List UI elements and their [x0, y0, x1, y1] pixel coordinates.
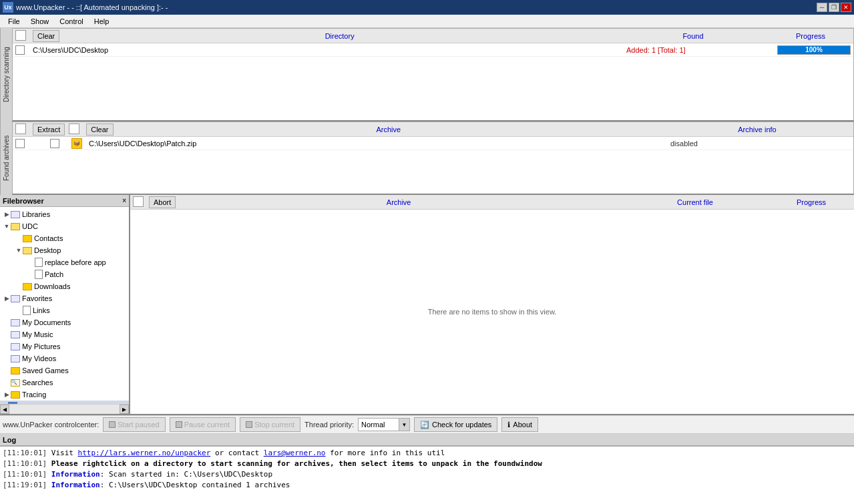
tree-item-my-pictures[interactable]: My Pictures — [0, 340, 129, 352]
tree-item-udc[interactable]: ▼ UDC — [0, 220, 129, 232]
tree-item-patch[interactable]: Patch — [0, 268, 129, 280]
tree-item-my-videos[interactable]: My Videos — [0, 352, 129, 364]
found-select-all-checkbox[interactable] — [15, 123, 26, 134]
found-archinfo-header[interactable]: Archive info — [664, 125, 851, 134]
expand-libraries-icon[interactable]: ▶ — [3, 210, 11, 218]
minimize-button[interactable]: ─ — [817, 3, 827, 12]
found-row-info: disabled — [670, 140, 851, 148]
filebrowser-close-button[interactable]: × — [122, 197, 126, 204]
dir-found-header[interactable]: Found — [620, 32, 767, 40]
dir-select-all-checkbox[interactable] — [15, 30, 26, 41]
controlbar: www.UnPacker controlcenter: Start paused… — [0, 415, 854, 434]
tree-label-downloads: Downloads — [34, 282, 70, 290]
scroll-horizontal-track[interactable] — [9, 405, 120, 414]
tree-item-tracing[interactable]: ▶ Tracing — [0, 389, 129, 401]
dir-directory-header[interactable]: Directory — [63, 32, 616, 40]
found-archive-header[interactable]: Archive — [118, 125, 660, 134]
expand-myvideos-icon — [3, 354, 11, 362]
found-clear-checkbox[interactable] — [69, 123, 79, 134]
tree-item-saved-games[interactable]: Saved Games — [0, 364, 129, 376]
dir-row-progress-bar: 100% — [777, 45, 851, 55]
found-row-extract-checkbox[interactable] — [15, 139, 25, 148]
scroll-left-button[interactable]: ◀ — [0, 405, 9, 414]
check-updates-button[interactable]: 🔄 Check for updates — [414, 417, 497, 432]
expand-searches-icon — [3, 379, 11, 387]
menu-help[interactable]: Help — [89, 16, 115, 27]
expand-udc-icon[interactable]: ▼ — [3, 222, 11, 230]
log-line-1: [11:10:01] Please rightclick on a direct… — [3, 459, 851, 469]
dir-row: C:\Users\UDC\Desktop Added: 1 [Total: 1]… — [13, 43, 853, 57]
extraction-select-all-checkbox[interactable] — [133, 196, 144, 207]
menu-show[interactable]: Show — [25, 16, 55, 27]
extraction-archive-header[interactable]: Archive — [178, 198, 619, 206]
extraction-currentfile-header[interactable]: Current file — [622, 198, 769, 206]
dir-row-path: C:\Users\UDC\Desktop — [33, 46, 622, 54]
found-extract-button[interactable]: Extract — [33, 123, 65, 136]
expand-contacts-icon — [15, 234, 23, 242]
tree-item-downloads[interactable]: Downloads — [0, 280, 129, 292]
found-archives-side-tab: Found archives — [0, 121, 12, 195]
extraction-progress-header[interactable]: Progress — [771, 198, 851, 206]
start-paused-button[interactable]: Start paused — [103, 417, 165, 432]
expand-mypictures-icon — [3, 342, 11, 350]
archive-icon: 📦 — [71, 138, 82, 149]
folder-searches-icon: 🔍 — [11, 379, 20, 387]
priority-dropdown-arrow[interactable]: ▼ — [399, 419, 409, 431]
dir-progress-header[interactable]: Progress — [771, 32, 851, 40]
extraction-header: Abort Archive Current file Progress — [130, 195, 854, 210]
tree-item-my-music[interactable]: My Music — [0, 328, 129, 340]
found-archives-wrapper: Found archives Extract Clear Archive Arc… — [0, 121, 854, 195]
extraction-header-cols: Abort Archive Current file Progress — [133, 196, 851, 208]
app-icon: Ux — [3, 2, 13, 13]
folder-libraries-icon — [11, 211, 20, 218]
restore-button[interactable]: ❐ — [829, 3, 839, 12]
menu-file[interactable]: File — [3, 16, 25, 27]
log-text-0: Visit http://lars.werner.no/unpacker or … — [51, 449, 445, 457]
expand-desktop-icon[interactable]: ▼ — [15, 246, 23, 254]
found-clear-button[interactable]: Clear — [86, 123, 113, 136]
dir-row-checkbox[interactable] — [15, 45, 25, 55]
window-title: www.Unpacker - - ::[ Automated unpacking… — [16, 3, 168, 11]
tree-item-my-documents[interactable]: My Documents — [0, 316, 129, 328]
expand-tracing-icon[interactable]: ▶ — [3, 391, 11, 399]
log-link-1[interactable]: lars@werner.no — [264, 449, 326, 457]
tree-item-links[interactable]: Links — [0, 304, 129, 316]
about-button[interactable]: ℹ About — [501, 417, 538, 432]
found-row-clear-checkbox[interactable] — [50, 139, 59, 148]
scroll-right-button[interactable]: ▶ — [120, 405, 129, 414]
tree-item-searches[interactable]: 🔍 Searches — [0, 376, 129, 389]
tree-item-desktop[interactable]: ▼ Desktop — [0, 244, 129, 256]
tree-label-saved-games: Saved Games — [22, 366, 69, 374]
stop-current-button[interactable]: Stop current — [240, 417, 300, 432]
titlebar-controls: ─ ❐ ✕ — [817, 3, 851, 12]
tree-item-libraries[interactable]: ▶ Libraries — [0, 208, 129, 220]
expand-favorites-icon[interactable]: ▶ — [3, 294, 11, 302]
menu-control[interactable]: Control — [54, 16, 88, 27]
dir-scanning-wrapper: Directory scanning Clear Directory Found… — [0, 28, 854, 121]
tree-item-replace-before-app[interactable]: replace before app — [0, 256, 129, 268]
folder-myvideos-icon — [11, 355, 20, 362]
expand-patch-icon — [27, 270, 35, 278]
update-icon: 🔄 — [420, 421, 429, 429]
log-ts-2: [11:10:01] — [3, 470, 47, 479]
start-paused-indicator — [109, 421, 116, 428]
dir-scanning-panel: Clear Directory Found Progress C:\Users\… — [12, 28, 854, 121]
abort-button[interactable]: Abort — [149, 196, 176, 208]
thread-priority-dropdown[interactable]: Normal ▼ — [358, 418, 410, 431]
close-button[interactable]: ✕ — [841, 3, 851, 12]
filebrowser-tree: ▶ Libraries ▼ UDC Contacts ▼ Desktop — [0, 207, 129, 404]
dir-clear-button[interactable]: Clear — [33, 30, 59, 42]
tree-item-favorites[interactable]: ▶ Favorites — [0, 292, 129, 304]
titlebar-left: Ux www.Unpacker - - ::[ Automated unpack… — [3, 2, 168, 13]
menubar: File Show Control Help — [0, 15, 854, 28]
dir-row-found: Added: 1 [Total: 1] — [626, 46, 773, 54]
tree-item-contacts[interactable]: Contacts — [0, 232, 129, 244]
pause-current-indicator — [176, 421, 182, 428]
log-ts-1: [11:10:01] — [3, 459, 47, 468]
tree-label-searches: Searches — [22, 379, 53, 387]
pause-current-button[interactable]: Pause current — [170, 417, 236, 432]
log-link-0[interactable]: http://lars.werner.no/unpacker — [78, 449, 211, 457]
stop-current-indicator — [246, 421, 252, 428]
filebrowser: Filebrowser × ▶ Libraries ▼ UDC Contacts — [0, 195, 130, 414]
found-archives-header: Extract Clear Archive Archive info — [13, 122, 853, 137]
